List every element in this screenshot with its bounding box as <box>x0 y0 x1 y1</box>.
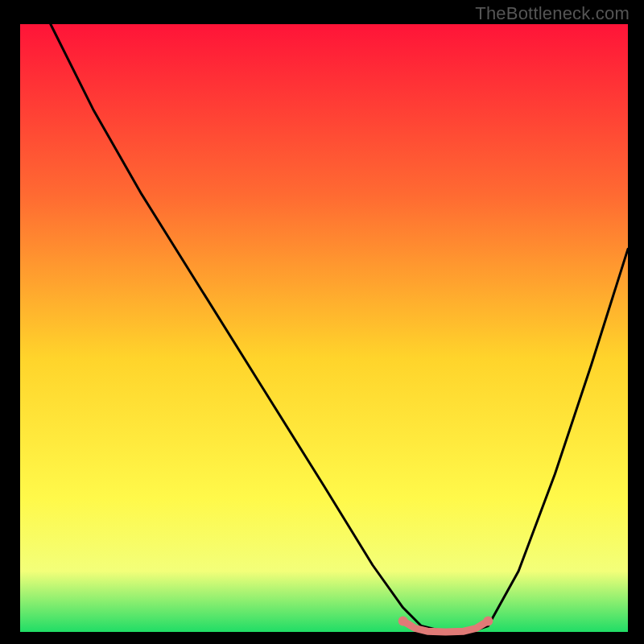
gradient-background <box>20 24 628 632</box>
bottleneck-chart <box>0 0 644 644</box>
watermark-text: TheBottleneck.com <box>475 3 630 24</box>
chart-stage: TheBottleneck.com <box>0 0 644 644</box>
highlight-end-dot <box>483 616 493 625</box>
highlight-start-dot <box>398 616 408 625</box>
